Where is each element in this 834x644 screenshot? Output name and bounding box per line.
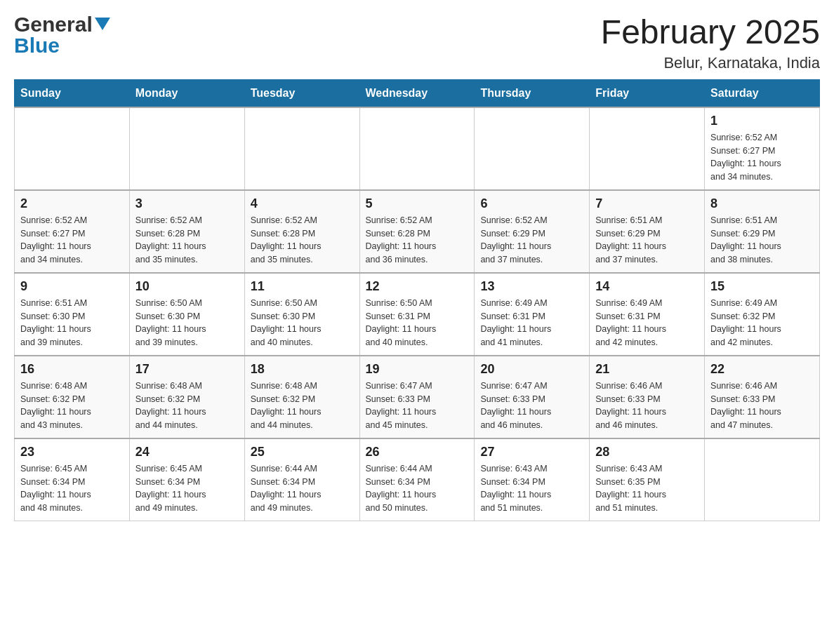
week-row-4: 16Sunrise: 6:48 AM Sunset: 6:32 PM Dayli… <box>15 356 820 438</box>
calendar-cell: 22Sunrise: 6:46 AM Sunset: 6:33 PM Dayli… <box>705 356 820 438</box>
day-info: Sunrise: 6:46 AM Sunset: 6:33 PM Dayligh… <box>595 380 699 432</box>
day-number: 28 <box>595 445 699 459</box>
calendar-cell <box>129 107 244 190</box>
calendar-cell <box>244 107 359 190</box>
calendar-cell: 12Sunrise: 6:50 AM Sunset: 6:31 PM Dayli… <box>359 273 475 356</box>
day-info: Sunrise: 6:44 AM Sunset: 6:34 PM Dayligh… <box>366 462 469 515</box>
logo: General Blue <box>14 14 110 56</box>
calendar-cell: 6Sunrise: 6:52 AM Sunset: 6:29 PM Daylig… <box>475 190 590 273</box>
day-number: 22 <box>710 362 814 377</box>
day-number: 11 <box>251 279 354 294</box>
day-info: Sunrise: 6:51 AM Sunset: 6:30 PM Dayligh… <box>20 297 124 349</box>
day-info: Sunrise: 6:46 AM Sunset: 6:33 PM Dayligh… <box>710 380 814 432</box>
calendar-cell: 8Sunrise: 6:51 AM Sunset: 6:29 PM Daylig… <box>705 190 820 273</box>
day-number: 25 <box>251 445 354 459</box>
svg-marker-0 <box>95 18 110 30</box>
calendar-cell: 17Sunrise: 6:48 AM Sunset: 6:32 PM Dayli… <box>129 356 244 438</box>
day-number: 27 <box>480 445 583 459</box>
day-number: 5 <box>366 196 469 211</box>
calendar-cell: 2Sunrise: 6:52 AM Sunset: 6:27 PM Daylig… <box>15 190 130 273</box>
calendar-cell: 20Sunrise: 6:47 AM Sunset: 6:33 PM Dayli… <box>475 356 590 438</box>
day-info: Sunrise: 6:43 AM Sunset: 6:35 PM Dayligh… <box>595 462 699 515</box>
col-saturday: Saturday <box>705 79 820 107</box>
day-info: Sunrise: 6:52 AM Sunset: 6:27 PM Dayligh… <box>710 131 814 184</box>
week-row-5: 23Sunrise: 6:45 AM Sunset: 6:34 PM Dayli… <box>15 438 820 521</box>
calendar-cell <box>475 107 590 190</box>
col-monday: Monday <box>129 79 244 107</box>
calendar-header-row: Sunday Monday Tuesday Wednesday Thursday… <box>15 79 820 107</box>
day-info: Sunrise: 6:47 AM Sunset: 6:33 PM Dayligh… <box>480 380 583 432</box>
day-info: Sunrise: 6:50 AM Sunset: 6:31 PM Dayligh… <box>366 297 469 349</box>
calendar-table: Sunday Monday Tuesday Wednesday Thursday… <box>14 79 820 521</box>
day-number: 13 <box>480 279 583 294</box>
day-number: 18 <box>251 362 354 377</box>
location-text: Belur, Karnataka, India <box>601 54 820 72</box>
calendar-cell: 9Sunrise: 6:51 AM Sunset: 6:30 PM Daylig… <box>15 273 130 356</box>
day-number: 19 <box>366 362 469 377</box>
calendar-cell <box>705 438 820 521</box>
col-thursday: Thursday <box>475 79 590 107</box>
day-info: Sunrise: 6:45 AM Sunset: 6:34 PM Dayligh… <box>20 462 124 515</box>
calendar-cell: 1Sunrise: 6:52 AM Sunset: 6:27 PM Daylig… <box>705 107 820 190</box>
day-info: Sunrise: 6:44 AM Sunset: 6:34 PM Dayligh… <box>251 462 354 515</box>
calendar-cell: 18Sunrise: 6:48 AM Sunset: 6:32 PM Dayli… <box>244 356 359 438</box>
calendar-cell: 11Sunrise: 6:50 AM Sunset: 6:30 PM Dayli… <box>244 273 359 356</box>
col-tuesday: Tuesday <box>244 79 359 107</box>
week-row-2: 2Sunrise: 6:52 AM Sunset: 6:27 PM Daylig… <box>15 190 820 273</box>
day-number: 17 <box>135 362 239 377</box>
day-number: 10 <box>135 279 239 294</box>
calendar-cell: 4Sunrise: 6:52 AM Sunset: 6:28 PM Daylig… <box>244 190 359 273</box>
day-number: 3 <box>135 196 239 211</box>
col-sunday: Sunday <box>15 79 130 107</box>
day-info: Sunrise: 6:51 AM Sunset: 6:29 PM Dayligh… <box>710 214 814 267</box>
day-number: 15 <box>710 279 814 294</box>
calendar-cell: 25Sunrise: 6:44 AM Sunset: 6:34 PM Dayli… <box>244 438 359 521</box>
day-info: Sunrise: 6:50 AM Sunset: 6:30 PM Dayligh… <box>251 297 354 349</box>
week-row-3: 9Sunrise: 6:51 AM Sunset: 6:30 PM Daylig… <box>15 273 820 356</box>
month-title: February 2025 <box>601 14 820 51</box>
day-info: Sunrise: 6:48 AM Sunset: 6:32 PM Dayligh… <box>251 380 354 432</box>
col-wednesday: Wednesday <box>359 79 475 107</box>
day-number: 2 <box>20 196 124 211</box>
calendar-cell: 23Sunrise: 6:45 AM Sunset: 6:34 PM Dayli… <box>15 438 130 521</box>
day-number: 24 <box>135 445 239 459</box>
calendar-cell: 10Sunrise: 6:50 AM Sunset: 6:30 PM Dayli… <box>129 273 244 356</box>
calendar-cell: 7Sunrise: 6:51 AM Sunset: 6:29 PM Daylig… <box>590 190 705 273</box>
day-info: Sunrise: 6:45 AM Sunset: 6:34 PM Dayligh… <box>135 462 239 515</box>
day-number: 21 <box>595 362 699 377</box>
calendar-cell: 15Sunrise: 6:49 AM Sunset: 6:32 PM Dayli… <box>705 273 820 356</box>
calendar-cell: 21Sunrise: 6:46 AM Sunset: 6:33 PM Dayli… <box>590 356 705 438</box>
calendar-cell: 28Sunrise: 6:43 AM Sunset: 6:35 PM Dayli… <box>590 438 705 521</box>
day-info: Sunrise: 6:43 AM Sunset: 6:34 PM Dayligh… <box>480 462 583 515</box>
calendar-cell: 26Sunrise: 6:44 AM Sunset: 6:34 PM Dayli… <box>359 438 475 521</box>
day-info: Sunrise: 6:49 AM Sunset: 6:32 PM Dayligh… <box>710 297 814 349</box>
calendar-cell: 24Sunrise: 6:45 AM Sunset: 6:34 PM Dayli… <box>129 438 244 521</box>
week-row-1: 1Sunrise: 6:52 AM Sunset: 6:27 PM Daylig… <box>15 107 820 190</box>
day-number: 14 <box>595 279 699 294</box>
page-header: General Blue February 2025 Belur, Karnat… <box>14 14 820 72</box>
day-number: 12 <box>366 279 469 294</box>
day-number: 1 <box>710 114 814 128</box>
calendar-cell: 3Sunrise: 6:52 AM Sunset: 6:28 PM Daylig… <box>129 190 244 273</box>
day-info: Sunrise: 6:51 AM Sunset: 6:29 PM Dayligh… <box>595 214 699 267</box>
calendar-cell <box>15 107 130 190</box>
day-info: Sunrise: 6:52 AM Sunset: 6:28 PM Dayligh… <box>135 214 239 267</box>
day-number: 4 <box>251 196 354 211</box>
day-number: 23 <box>20 445 124 459</box>
day-number: 8 <box>710 196 814 211</box>
calendar-cell <box>590 107 705 190</box>
day-info: Sunrise: 6:52 AM Sunset: 6:28 PM Dayligh… <box>366 214 469 267</box>
day-number: 7 <box>595 196 699 211</box>
day-number: 9 <box>20 279 124 294</box>
day-number: 6 <box>480 196 583 211</box>
logo-blue-text: Blue <box>14 34 60 57</box>
day-info: Sunrise: 6:52 AM Sunset: 6:27 PM Dayligh… <box>20 214 124 267</box>
calendar-cell: 19Sunrise: 6:47 AM Sunset: 6:33 PM Dayli… <box>359 356 475 438</box>
col-friday: Friday <box>590 79 705 107</box>
day-info: Sunrise: 6:48 AM Sunset: 6:32 PM Dayligh… <box>20 380 124 432</box>
calendar-cell: 16Sunrise: 6:48 AM Sunset: 6:32 PM Dayli… <box>15 356 130 438</box>
day-info: Sunrise: 6:47 AM Sunset: 6:33 PM Dayligh… <box>366 380 469 432</box>
logo-general-text: General <box>14 14 93 35</box>
day-info: Sunrise: 6:52 AM Sunset: 6:29 PM Dayligh… <box>480 214 583 267</box>
day-info: Sunrise: 6:49 AM Sunset: 6:31 PM Dayligh… <box>595 297 699 349</box>
